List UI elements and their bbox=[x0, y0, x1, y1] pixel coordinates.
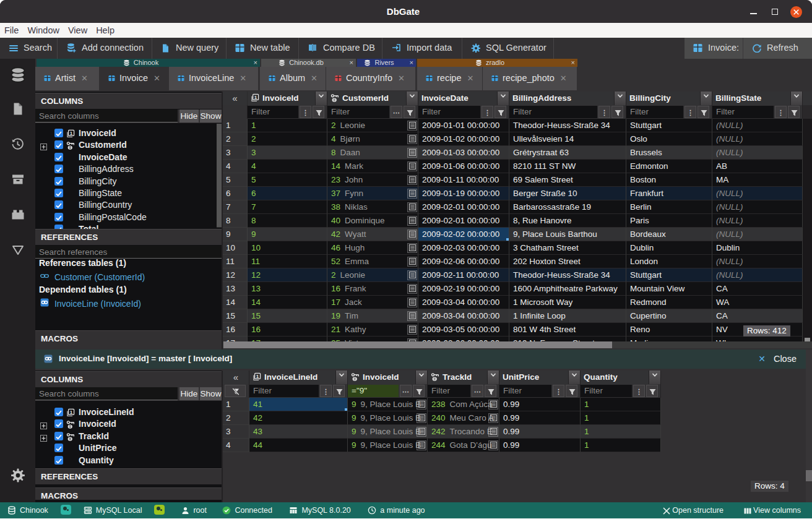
svg-text:1: 1 bbox=[256, 374, 259, 379]
svg-text:1: 1 bbox=[70, 410, 73, 415]
svg-text:1: 1 bbox=[254, 95, 257, 100]
svg-text:1: 1 bbox=[70, 131, 73, 136]
